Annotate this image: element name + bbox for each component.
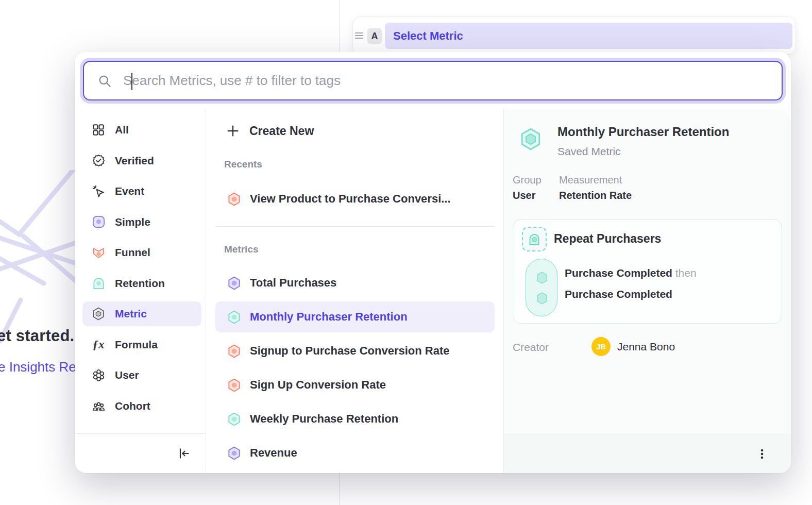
sidebar-item-label: All (115, 124, 129, 136)
sidebar-item-label: User (115, 369, 139, 381)
hexagon-icon (227, 310, 242, 325)
definition-name: Repeat Purchasers (554, 232, 661, 246)
metric-item-label: Revenue (250, 446, 297, 460)
filter-sidebar: All Verified Event (75, 109, 206, 473)
details-subtitle: Saved Metric (557, 145, 621, 158)
create-new-button[interactable]: Create New (226, 119, 314, 143)
plus-icon (226, 124, 240, 138)
metric-item-total-purchases[interactable]: Total Purchases (215, 267, 495, 298)
cohort-people-icon (91, 398, 106, 414)
background-link[interactable]: e Insights Re (0, 359, 76, 375)
sidebar-item-simple[interactable]: Simple (82, 210, 201, 234)
sidebar-item-funnel[interactable]: Funnel (82, 240, 201, 265)
hexagon-icon (227, 192, 242, 207)
sidebar-item-label: Metric (115, 308, 147, 320)
sidebar-item-user[interactable]: User (82, 363, 201, 388)
measurement-label: Measurement (559, 174, 622, 186)
background-heading: et started. (0, 327, 74, 345)
sidebar-item-metric[interactable]: Metric (82, 301, 201, 326)
hexagon-icon (227, 276, 242, 291)
sidebar-item-label: Verified (115, 155, 154, 167)
metric-item-revenue[interactable]: Revenue (215, 437, 495, 468)
metrics-header: Metrics (224, 244, 259, 255)
sidebar-item-verified[interactable]: Verified (82, 148, 201, 173)
drag-handle-icon[interactable] (355, 31, 363, 39)
decorative-line-chart (0, 170, 80, 348)
sidebar-item-label: Funnel (115, 246, 150, 259)
metric-hexagon-icon (91, 306, 106, 322)
details-footer (504, 434, 791, 473)
recent-metric-item[interactable]: View Product to Purchase Conversi... (215, 184, 495, 213)
formula-fx-icon: ƒx (91, 337, 106, 352)
group-value: User (513, 190, 535, 201)
hexagon-icon (227, 446, 242, 461)
sidebar-item-label: Cohort (115, 400, 150, 412)
metric-item-label: Monthly Purchaser Retention (250, 310, 408, 324)
sidebar-item-all[interactable]: All (82, 117, 201, 142)
sidebar-footer (75, 433, 206, 473)
search-input[interactable] (123, 65, 782, 96)
verified-badge-icon (91, 153, 106, 169)
measurement-value: Retention Rate (559, 190, 632, 201)
search-icon (97, 74, 112, 88)
hexagon-icon (227, 412, 242, 427)
simple-square-icon (91, 214, 106, 230)
recent-item-label: View Product to Purchase Conversi... (250, 192, 451, 206)
more-options-icon[interactable] (754, 446, 770, 462)
sidebar-item-event[interactable]: Event (82, 179, 201, 204)
metric-details-panel: Monthly Purchaser Retention Saved Metric… (504, 109, 791, 473)
query-block-badge: A (367, 28, 382, 44)
metric-item-monthly-purchaser-retention[interactable]: Monthly Purchaser Retention (215, 301, 495, 332)
funnel-steps-graphic (526, 259, 557, 316)
sidebar-item-label: Retention (115, 277, 165, 290)
metric-picker-modal: All Verified Event (75, 52, 791, 473)
metric-item-sign-up-conversion-rate[interactable]: Sign Up Conversion Rate (215, 369, 495, 400)
metric-item-label: Weekly Purchase Retention (250, 412, 398, 426)
retention-arch-icon (91, 276, 106, 291)
grid-icon (91, 122, 106, 138)
sidebar-item-retention[interactable]: Retention (82, 271, 201, 296)
sidebar-item-label: Event (115, 185, 144, 197)
metric-item-signup-to-purchase-conversion-rate[interactable]: Signup to Purchase Conversion Rate (215, 335, 495, 366)
step-hexagon-icon (535, 291, 549, 306)
select-metric-button[interactable]: Select Metric (385, 23, 792, 49)
hexagon-icon (227, 378, 242, 393)
metric-item-label: Sign Up Conversion Rate (250, 378, 386, 392)
metric-item-weekly-purchase-retention[interactable]: Weekly Purchase Retention (215, 403, 495, 434)
section-divider (215, 226, 495, 227)
sidebar-item-formula[interactable]: ƒx Formula (82, 332, 201, 357)
collapse-left-icon[interactable] (176, 445, 192, 462)
recents-header: Recents (224, 159, 262, 170)
creator-name: Jenna Bono (617, 341, 675, 353)
hexagon-icon (227, 344, 242, 359)
query-builder-row: A Select Metric (352, 16, 796, 55)
event-cursor-icon (91, 183, 106, 199)
text-cursor (131, 73, 132, 90)
sidebar-item-label: Simple (115, 216, 150, 228)
group-label: Group (513, 174, 542, 186)
creator-label: Creator (513, 341, 549, 354)
sidebar-item-label: Formula (115, 339, 158, 351)
metric-definition-card: Repeat Purchasers Purchase Completed the… (513, 219, 782, 324)
funnel-icon (91, 245, 106, 260)
user-cluster-icon (91, 367, 106, 383)
metric-item-label: Total Purchases (250, 276, 336, 290)
definition-step-2: Purchase Completed (565, 288, 672, 300)
step-connector: then (675, 267, 697, 279)
metric-hexagon-icon (518, 127, 543, 154)
step-hexagon-icon (535, 271, 549, 285)
sidebar-item-cohort[interactable]: Cohort (82, 394, 201, 418)
metric-list-panel: Create New Recents View Product to Purch… (206, 109, 504, 473)
definition-step-1: Purchase Completed then (565, 267, 697, 279)
creator-avatar: JB (591, 337, 611, 356)
metric-item-label: Signup to Purchase Conversion Rate (250, 344, 450, 358)
retention-arch-icon (522, 227, 547, 251)
search-bar (83, 61, 783, 100)
details-title: Monthly Purchaser Retention (557, 125, 729, 139)
